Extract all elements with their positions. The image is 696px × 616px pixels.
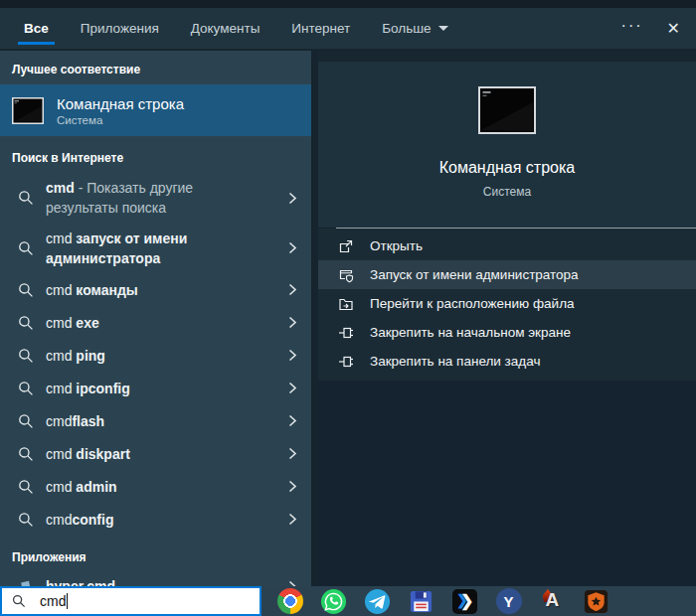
search-suggestion[interactable]: cmd exe — [0, 306, 311, 339]
action-label: Закрепить на панели задач — [370, 354, 540, 369]
chevron-down-icon — [438, 26, 448, 31]
search-icon — [18, 413, 34, 429]
pin-icon — [338, 354, 354, 370]
chevron-right-icon[interactable] — [288, 513, 297, 526]
best-match-text: Командная строка Система — [57, 95, 184, 126]
suggestion-text: cmd admin — [46, 477, 259, 497]
search-icon — [18, 240, 34, 256]
file-location-icon — [338, 296, 354, 312]
tab-documents-label: Документы — [191, 21, 261, 36]
taskbar-button-floppy[interactable] — [408, 588, 435, 615]
tab-documents[interactable]: Документы — [191, 8, 261, 49]
chevron-right-icon[interactable] — [288, 414, 297, 427]
action-open[interactable]: Открыть — [318, 231, 696, 260]
preview-title: Командная строка — [439, 159, 576, 177]
a-letter-app-icon: A — [540, 588, 566, 614]
tab-all[interactable]: Все — [24, 8, 49, 49]
suggestion-text: cmd - Показать другие результаты поиска — [46, 178, 259, 219]
yandex-icon: Y — [496, 588, 522, 614]
search-icon — [18, 446, 34, 462]
taskbar-button-yandex[interactable]: Y — [495, 588, 522, 615]
context-actions: Открыть Запуск от имени администратора П… — [318, 229, 696, 381]
chevron-right-icon[interactable] — [288, 349, 297, 362]
telegram-icon — [364, 588, 391, 615]
close-icon[interactable]: ✕ — [667, 19, 680, 38]
taskbar-button-telegram[interactable] — [364, 588, 391, 615]
tab-web[interactable]: Интернет — [291, 8, 350, 49]
action-open-file-location[interactable]: Перейти к расположению файла — [318, 289, 696, 318]
suggestion-text: cmd ipconfig — [46, 379, 259, 398]
chevron-right-icon[interactable] — [288, 192, 297, 205]
chevron-app-icon: ❯ ❯ — [452, 589, 477, 614]
suggestion-text: cmd ping — [46, 346, 259, 366]
taskbar-button-chrome[interactable] — [276, 588, 303, 615]
search-tab-bar: Все Приложения Документы Интернет Больше… — [0, 8, 696, 50]
best-match-header: Лучшее соответствие — [0, 51, 311, 84]
tab-apps[interactable]: Приложения — [81, 8, 159, 49]
suggestion-text: cmd diskpart — [46, 444, 259, 464]
search-suggestion[interactable]: cmd - Показать другие результаты поиска — [0, 173, 311, 224]
cmd-terminal-icon — [12, 97, 44, 124]
shield-badge-icon — [584, 589, 609, 614]
chevron-right-icon[interactable] — [288, 283, 297, 296]
search-results-panel: Лучшее соответствие Командная строка Сис… — [0, 51, 311, 586]
search-icon — [12, 594, 26, 608]
search-suggestion[interactable]: cmdconfig — [0, 503, 311, 536]
search-icon — [18, 190, 34, 206]
search-query-text: cmd — [40, 593, 66, 609]
text-caret — [67, 593, 68, 609]
web-search-header: Поиск в Интернете — [0, 136, 311, 173]
best-match-result[interactable]: Командная строка Система — [0, 84, 311, 136]
tab-bar-right: ··· ✕ — [621, 19, 696, 38]
tab-all-label: Все — [24, 21, 49, 36]
preview-hero: Командная строка Система — [318, 62, 696, 228]
action-pin-to-taskbar[interactable]: Закрепить на панели задач — [318, 347, 696, 376]
search-suggestion[interactable]: cmd admin — [0, 470, 311, 503]
action-label: Закрепить на начальном экране — [370, 325, 571, 340]
search-icon — [18, 512, 34, 528]
action-run-as-admin[interactable]: Запуск от имени администратора — [318, 260, 696, 289]
search-suggestion[interactable]: cmd diskpart — [0, 437, 311, 470]
chevron-right-icon[interactable] — [288, 241, 297, 254]
chevron-right-icon[interactable] — [288, 382, 297, 394]
taskbar-button-a-letter-app[interactable]: A — [539, 588, 566, 615]
cmd-terminal-icon-large — [478, 86, 536, 134]
apps-header: Приложения — [0, 536, 311, 572]
tab-web-label: Интернет — [291, 21, 350, 36]
search-suggestion[interactable]: cmd ping — [0, 339, 311, 372]
best-match-subtitle: Система — [57, 114, 184, 126]
search-suggestion[interactable]: cmd команды — [0, 273, 311, 306]
best-match-title: Командная строка — [57, 95, 184, 112]
tab-apps-label: Приложения — [81, 21, 159, 36]
floppy-disk-icon — [409, 589, 434, 614]
suggestion-text: cmdflash — [46, 411, 259, 431]
more-options-icon[interactable]: ··· — [621, 21, 643, 37]
chrome-icon — [277, 588, 303, 614]
admin-shield-icon — [338, 267, 354, 283]
preview-top-band — [318, 51, 696, 62]
preview-panel: Командная строка Система Открыть Зап — [318, 51, 696, 616]
search-suggestion[interactable]: cmdflash — [0, 404, 311, 437]
windows-search-flyout: Все Приложения Документы Интернет Больше… — [0, 0, 696, 616]
action-pin-to-start[interactable]: Закрепить на начальном экране — [318, 318, 696, 347]
taskbar-button-shield-app[interactable] — [583, 588, 609, 615]
chevron-right-icon[interactable] — [288, 480, 297, 493]
taskbar-button-chevron-app[interactable]: ❯ ❯ — [451, 588, 478, 615]
search-icon — [18, 348, 34, 364]
pin-icon — [338, 325, 354, 341]
search-suggestion[interactable]: cmd ipconfig — [0, 372, 311, 404]
suggestion-text: cmd exe — [46, 313, 259, 333]
tab-more[interactable]: Больше — [382, 8, 447, 49]
suggestion-text: cmdconfig — [46, 510, 259, 530]
search-suggestion[interactable]: cmd запуск от имени администратора — [0, 224, 311, 274]
tab-more-label: Больше — [382, 21, 431, 36]
chevron-right-icon[interactable] — [288, 316, 297, 329]
action-label: Запуск от имени администратора — [370, 267, 579, 282]
search-icon — [18, 315, 34, 331]
open-window-icon — [338, 238, 354, 254]
search-icon — [18, 479, 34, 495]
taskbar-button-whatsapp[interactable] — [320, 588, 347, 615]
chevron-right-icon[interactable] — [288, 447, 297, 460]
suggestion-text: cmd команды — [46, 280, 259, 300]
taskbar-search-input[interactable]: cmd — [0, 586, 261, 616]
